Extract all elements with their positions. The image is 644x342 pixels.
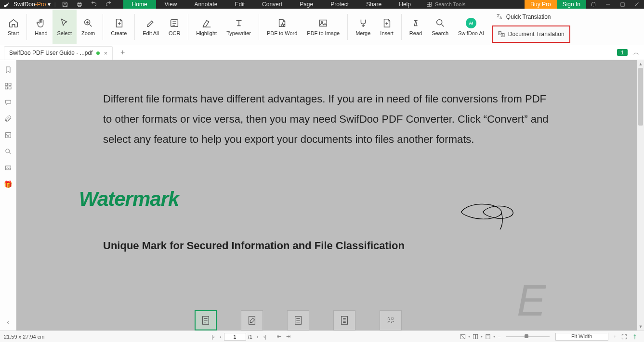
quick-translation-button[interactable]: Quick Translation [492, 11, 570, 23]
zoom-out-button[interactable]: − [495, 334, 503, 340]
search-tools[interactable]: Search Tools [423, 1, 468, 7]
document-translate-icon [498, 30, 505, 38]
document-tab[interactable]: SwifDoo PDF User Guide - ...pdf × [4, 46, 113, 60]
new-tab-button[interactable]: + [118, 47, 128, 58]
page-total: /1 [248, 334, 252, 340]
collapse-ribbon-icon[interactable]: ︿ [632, 48, 640, 58]
tab-page-badge: 1 [617, 49, 628, 56]
scrollbar-vertical[interactable]: ▲ ▼ [637, 60, 644, 330]
ribbon-toolbar: Start Hand Select Zoom Create Edit All O… [0, 9, 644, 45]
feature-thumb-4[interactable] [333, 310, 355, 330]
section-subheading: Unique Mark for Secured Information and … [103, 240, 551, 252]
prev-page-button[interactable]: ‹ [217, 334, 224, 340]
zoom-slider[interactable] [506, 336, 550, 337]
svg-rect-15 [5, 83, 8, 86]
ribbon-create[interactable]: Create [106, 10, 131, 44]
word-export-icon[interactable] [4, 131, 12, 141]
ribbon-swifdoo-ai[interactable]: AISwifDoo AI [453, 10, 489, 44]
view-mode-1-icon[interactable] [460, 333, 466, 340]
pin-icon[interactable] [631, 333, 638, 340]
svg-rect-4 [429, 2, 431, 4]
print-icon[interactable] [74, 0, 85, 9]
svg-rect-1 [78, 2, 81, 3]
ribbon-select[interactable]: Select [53, 10, 77, 44]
scroll-thumb[interactable] [638, 68, 643, 126]
nav-forward-button[interactable]: ⇥ [284, 333, 293, 340]
feature-thumb-5[interactable] [380, 310, 402, 330]
ribbon-search[interactable]: Search [427, 10, 453, 44]
redo-icon[interactable] [103, 0, 114, 9]
notifications-icon[interactable] [586, 0, 601, 9]
menu-view[interactable]: View [156, 0, 186, 9]
ribbon-highlight[interactable]: Highlight [191, 10, 222, 44]
sidebar-collapse-icon[interactable]: ‹ [7, 319, 9, 326]
svg-rect-25 [342, 317, 348, 325]
tab-close-icon[interactable]: × [104, 50, 107, 57]
screenshot-icon[interactable] [4, 164, 12, 174]
buy-pro-button[interactable]: Buy Pro [525, 0, 557, 9]
ribbon-zoom[interactable]: Zoom [77, 10, 100, 44]
ribbon-ocr[interactable]: OCR [164, 10, 185, 44]
sign-in-button[interactable]: Sign In [557, 0, 586, 9]
svg-rect-21 [5, 166, 11, 170]
svg-rect-7 [620, 2, 624, 6]
feature-thumb-1[interactable] [195, 310, 217, 330]
menu-convert[interactable]: Convert [253, 0, 291, 9]
gift-icon[interactable]: 🎁 [4, 180, 12, 188]
ribbon-insert[interactable]: Insert [375, 10, 398, 44]
zoom-in-button[interactable]: + [611, 334, 619, 340]
side-search-icon[interactable] [4, 148, 12, 157]
svg-rect-5 [427, 5, 429, 7]
menu-help[interactable]: Help [390, 0, 420, 9]
feature-thumb-3[interactable] [287, 310, 309, 330]
menu-home[interactable]: Home [123, 0, 156, 9]
next-page-button[interactable]: › [254, 334, 261, 340]
ribbon-pdf-to-image[interactable]: PDF to Image [302, 10, 344, 44]
document-translation-button[interactable]: Document Translation [492, 25, 570, 43]
ribbon-edit-all[interactable]: Edit All [138, 10, 164, 44]
first-page-button[interactable]: |‹ [209, 334, 217, 340]
feature-thumb-2[interactable] [241, 310, 263, 330]
fullscreen-icon[interactable] [621, 333, 628, 340]
menu-protect[interactable]: Protect [322, 0, 357, 9]
view-mode-3-icon[interactable] [485, 333, 491, 340]
page-number-input[interactable] [224, 333, 246, 341]
bookmarks-icon[interactable] [4, 66, 12, 76]
feature-thumb-row [195, 310, 402, 330]
save-icon[interactable] [60, 0, 70, 9]
ribbon-merge[interactable]: Merge [351, 10, 375, 44]
app-logo-icon [3, 1, 10, 8]
svg-rect-28 [476, 334, 478, 339]
page-content: Different file formats have different ad… [16, 60, 637, 330]
minimize-button[interactable] [601, 0, 615, 9]
svg-rect-17 [5, 87, 8, 89]
menu-edit[interactable]: Edit [226, 0, 253, 9]
menu-bar: Home View Annotate Edit Convert Page Pro… [123, 0, 469, 9]
ribbon-typewriter[interactable]: Typewriter [222, 10, 256, 44]
view-mode-2-icon[interactable] [472, 333, 479, 340]
modified-dot-icon [96, 51, 100, 55]
nav-back-button[interactable]: ⇤ [275, 333, 284, 340]
close-button[interactable] [630, 0, 644, 9]
menu-page[interactable]: Page [291, 0, 322, 9]
menu-annotate[interactable]: Annotate [185, 0, 226, 9]
thumbnails-icon[interactable] [4, 82, 12, 92]
status-bar: 21.59 x 27.94 cm |‹ ‹ /1 › ›| ⇤ ⇥ ▾ ▾ ▾ … [0, 330, 644, 342]
ribbon-start[interactable]: Start [3, 10, 24, 44]
attachments-icon[interactable] [4, 115, 12, 125]
undo-icon[interactable] [89, 0, 99, 9]
maximize-button[interactable] [615, 0, 630, 9]
ribbon-read[interactable]: Read [405, 10, 427, 44]
scroll-down-icon[interactable]: ▼ [637, 323, 644, 330]
scroll-up-icon[interactable]: ▲ [637, 60, 644, 68]
comments-icon[interactable] [4, 99, 12, 108]
menu-share[interactable]: Share [357, 0, 390, 9]
last-page-button[interactable]: ›| [261, 334, 269, 340]
signature-scribble [459, 200, 526, 233]
ribbon-hand[interactable]: Hand [30, 10, 52, 44]
document-viewer[interactable]: Different file formats have different ad… [16, 60, 637, 330]
sidebar-left: 🎁 ‹ [0, 60, 16, 330]
zoom-fit-select[interactable]: Fit Width [555, 333, 608, 341]
ribbon-pdf-to-word[interactable]: PDF to Word [262, 10, 302, 44]
svg-rect-18 [9, 87, 11, 89]
